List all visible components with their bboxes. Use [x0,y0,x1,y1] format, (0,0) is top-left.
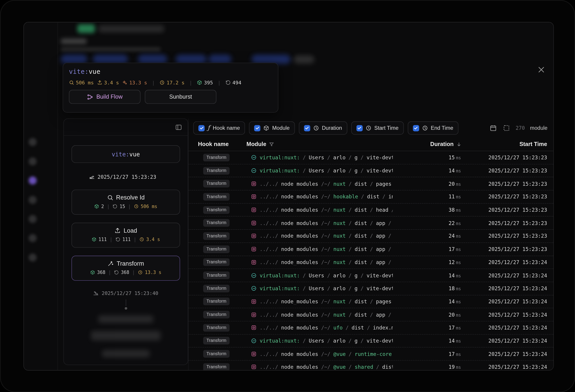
module-path-segment: / [370,259,373,265]
hook-cell: Transform [189,258,247,266]
plugin-stat: 494 [225,80,241,86]
stage: vite:vue 506 ms3.4 s13.3 s|17.2 s|395|49… [0,0,575,392]
close-icon[interactable] [536,64,547,75]
start-time-cell: 2025/12/27 15:23:24 [488,351,553,357]
module-path-segment: node_modules [281,233,318,239]
module-path-segment: / [346,325,349,331]
module-path-segment: nuxt [334,259,346,265]
module-path-segment: / [361,194,364,200]
calendar-icon[interactable] [489,124,497,132]
hook-badge: Transform [203,193,230,201]
table-row[interactable]: Transformvirtual:nuxt:/Users/arlo/g/vite… [189,164,553,177]
module-path-segment: / [349,286,352,291]
plugin-title-prefix: vite: [69,68,89,75]
checkbox-checked-icon[interactable] [357,125,363,131]
module-cell: ../../node_modules/~/@vue/shared/dist/sh… [246,364,393,370]
hooks-table-region: ƒHook nameModuleDurationStart TimeEnd Ti… [188,119,553,370]
duration-value: 20 [449,312,455,318]
table-row[interactable]: Transform../../node_modules/~/nuxt/dist/… [189,295,553,308]
module-path-segment: / [349,246,352,252]
module-path-segment: / [370,233,373,239]
stat-value: 395 [204,80,213,86]
filter-chip-module[interactable]: Module [249,122,295,135]
filter-chip-hook-name[interactable]: ƒHook name [193,122,245,135]
module-path-segment: / [370,220,373,226]
filter-chip-duration[interactable]: Duration [299,122,347,135]
plugin-stat: 17.2 s [160,80,185,86]
hook-cell: Transform [189,285,247,292]
start-time-cell: 2025/12/27 15:23:23 [488,194,553,200]
module-cell: virtual:nuxt:/Users/arlo/g/vite-devtools… [246,286,393,291]
hook-cell: Transform [189,193,247,201]
stat-separator: | [132,270,135,275]
hook-cell: Transform [189,245,247,253]
duration-value: 17 [449,351,455,357]
duration-value: 14 [449,168,455,173]
start-time-cell: 2025/12/27 15:23:24 [488,325,553,331]
checkbox-checked-icon[interactable] [198,125,205,131]
module-path-segment: arlo [333,272,346,278]
filter-label: End Time [431,125,454,131]
table-row[interactable]: Transform../../node_modules/~/nuxt/dist/… [189,177,553,191]
column-header-module[interactable]: Module [246,141,393,147]
module-cell: ../../node_modules/~/nuxt/dist/pages/run… [246,181,393,187]
module-path-segment: dist [355,181,367,187]
duration-cell: 17ms [449,351,462,357]
duration-cell: 38ms [449,207,462,213]
plugin-stats: 506 ms3.4 s13.3 s|17.2 s|395|494 [69,80,272,86]
plugin-stat: 13.3 s [122,80,147,86]
column-header-duration[interactable]: Duration [393,141,462,147]
module-path-segment: /~/ [321,298,331,304]
flow-connector-line [126,299,126,306]
filter-chip-start-time[interactable]: Start Time [351,122,404,135]
panel-toggle-icon[interactable] [174,123,183,132]
module-path-segment: app [376,233,385,239]
table-row[interactable]: Transformvirtual:nuxt:/Users/arlo/g/vite… [189,151,553,164]
module-path-segment: node_modules [281,364,318,370]
node-modules-count: 368 [97,270,105,275]
package-file-icon [251,325,257,331]
checkbox-checked-icon[interactable] [413,125,419,131]
flow-root-node[interactable]: vite:vue [72,145,180,163]
table-row[interactable]: Transform../../node_modules/~/ufo/dist/i… [189,321,553,334]
table-row[interactable]: Transform../../node_modules/~/@vue/runti… [189,347,553,361]
checkbox-checked-icon[interactable] [254,125,261,131]
duration-cell: 15ms [449,155,462,160]
node-duration: 506 ms [141,204,157,209]
select-modules-icon[interactable] [502,124,510,132]
build-flow-button[interactable]: Build Flow [69,90,141,104]
flow-node-load[interactable]: Load111|111|3.4 s [72,223,180,248]
module-path-segment: / [360,338,364,344]
duration-value: 20 [449,181,455,187]
module-path-segment: Users [309,155,324,160]
module-path-segment: /~/ [321,207,331,213]
table-row[interactable]: Transform../../node_modules/~/nuxt/dist/… [189,217,553,230]
module-cell: ../../node_modules/~/ufo/dist/index.mjs [246,325,393,331]
flow-connector-dot [124,307,127,310]
stat-value: 494 [232,80,241,86]
module-path-segment: / [388,246,391,252]
duration-unit: ms [456,286,461,291]
flow-node-transform[interactable]: Transform368|368|13.3 s [72,256,180,281]
package-file-icon [251,298,257,304]
flow-root-prefix: vite: [112,150,129,158]
module-path-segment: / [303,155,306,160]
table-row[interactable]: Transformvirtual:nuxt:/Users/arlo/g/vite… [189,269,553,282]
filter-chip-end-time[interactable]: End Time [407,122,458,135]
table-row[interactable]: Transform../../node_modules/~/nuxt/dist/… [189,230,553,243]
table-row[interactable]: Transform../../node_modules/~/nuxt/dist/… [189,256,553,269]
table-row[interactable]: Transform../../node_modules/~/nuxt/dist/… [189,243,553,256]
clock-icon [365,125,371,131]
table-row[interactable]: Transform../../node_modules/~/nuxt/dist/… [189,308,553,321]
table-row[interactable]: Transform../../node_modules/~/@vue/share… [189,361,553,370]
column-header-start-time: Start Time [462,141,553,147]
module-path-segment: @vue [334,351,346,357]
table-row[interactable]: Transform../../node_modules/~/nuxt/dist/… [189,204,553,217]
table-row[interactable]: Transform../../node_modules/~/hookable/d… [189,191,553,204]
checkbox-checked-icon[interactable] [304,125,310,131]
flow-node-resolve-id[interactable]: Resolve Id2|15|506 ms [72,190,180,215]
table-row[interactable]: Transformvirtual:nuxt:/Users/arlo/g/vite… [189,282,553,295]
table-row[interactable]: Transformvirtual:nuxt:/Users/arlo/g/vite… [189,334,553,347]
sunburst-button[interactable]: Sunburst [145,90,216,104]
flow-node-label: Load [124,227,137,234]
